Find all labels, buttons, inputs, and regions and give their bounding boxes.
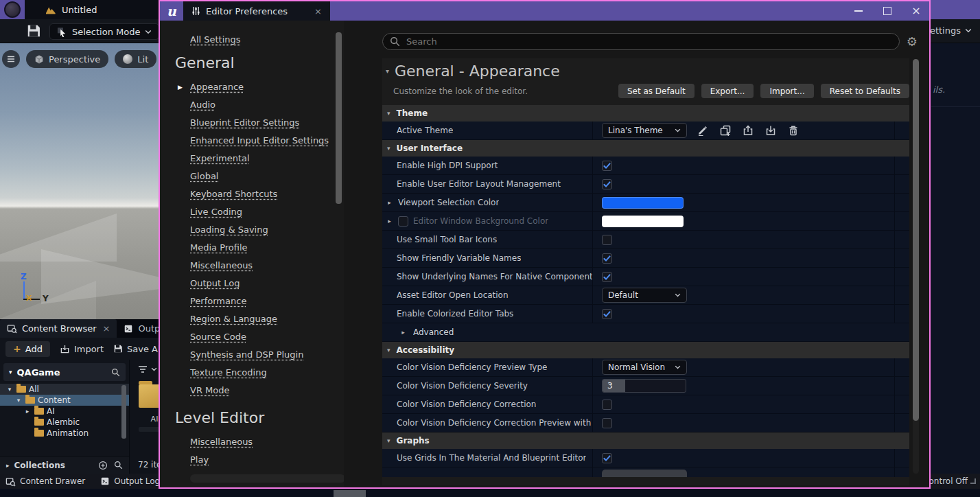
checkbox[interactable] bbox=[602, 253, 612, 264]
lit-button[interactable]: Lit bbox=[115, 50, 156, 68]
sidebar-item-performance[interactable]: Performance bbox=[190, 292, 246, 310]
section-header-graphs[interactable]: ▾Graphs bbox=[382, 432, 909, 449]
sidebar-item-media-profile[interactable]: Media Profile bbox=[190, 239, 248, 257]
settings-scrollbar-thumb[interactable] bbox=[913, 59, 919, 421]
sidebar-item-blueprint-editor-settings[interactable]: Blueprint Editor Settings bbox=[190, 114, 299, 132]
search-icon[interactable] bbox=[111, 368, 120, 377]
settings-row-partial[interactable] bbox=[382, 467, 909, 477]
delete-theme-icon[interactable] bbox=[788, 125, 799, 136]
settings-row-color-vision-deficiency-correction-preview-with-deficie[interactable]: Color Vision Deficiency Correction Previ… bbox=[382, 414, 909, 432]
sidebar-item-loading-saving[interactable]: Loading & Saving bbox=[190, 221, 268, 239]
set-as-default-button[interactable]: Set as Default bbox=[618, 84, 695, 98]
expander-icon[interactable]: ▸ bbox=[386, 199, 393, 206]
color-swatch[interactable] bbox=[602, 197, 684, 209]
all-settings-link[interactable]: All Settings bbox=[190, 34, 241, 45]
section-header-user-interface[interactable]: ▾User Interface bbox=[382, 140, 909, 157]
sidebar-item-play[interactable]: Play bbox=[190, 451, 209, 469]
settings-row-color-vision-deficiency-severity[interactable]: Color Vision Deficiency Severity3 bbox=[382, 377, 909, 395]
level-tab[interactable]: Untitled bbox=[25, 0, 108, 19]
sidebar-item-synthesis-and-dsp-plugin[interactable]: Synthesis and DSP Plugin bbox=[190, 346, 303, 364]
checkbox[interactable] bbox=[602, 309, 612, 319]
sidebar-scrollbar[interactable] bbox=[336, 32, 342, 204]
sidebar-item-source-code[interactable]: Source Code bbox=[190, 328, 246, 346]
tab-content-browser[interactable]: Content Browser × bbox=[0, 319, 117, 338]
resize-grip[interactable] bbox=[970, 478, 976, 484]
collapse-triangle-icon[interactable]: ▾ bbox=[386, 67, 389, 75]
advanced-row[interactable]: ▸Advanced bbox=[382, 323, 909, 342]
perspective-button[interactable]: Perspective bbox=[26, 50, 108, 68]
add-button[interactable]: + Add bbox=[5, 341, 50, 357]
settings-row-color-vision-deficiency-correction[interactable]: Color Vision Deficiency Correction bbox=[382, 395, 909, 414]
checkbox[interactable] bbox=[602, 453, 612, 463]
selection-mode-button[interactable]: Selection Mode bbox=[49, 23, 159, 40]
settings-row-show-underlying-names-for-native-components[interactable]: Show Underlying Names For Native Compone… bbox=[382, 268, 909, 286]
tree-item-all[interactable]: ▾All bbox=[0, 384, 129, 395]
settings-row-enable-high-dpi-support[interactable]: Enable High DPI Support bbox=[382, 157, 909, 175]
settings-row-editor-window-background-color[interactable]: ▸Editor Window Background Color bbox=[382, 212, 909, 231]
folder-thumbnail[interactable] bbox=[139, 384, 159, 408]
plus-circle-icon[interactable] bbox=[98, 461, 108, 470]
export-theme-icon[interactable] bbox=[743, 125, 754, 136]
sidebar-item-miscellaneous[interactable]: Miscellaneous bbox=[190, 433, 253, 451]
sidebar-item-global[interactable]: Global bbox=[190, 167, 218, 185]
sidebar-item-output-log[interactable]: Output Log bbox=[190, 275, 240, 292]
settings-row-active-theme[interactable]: Active ThemeLina's Theme bbox=[382, 122, 909, 140]
sidebar-item-miscellaneous[interactable]: Miscellaneous bbox=[190, 257, 253, 275]
sidebar-item-audio[interactable]: Audio bbox=[190, 96, 215, 114]
override-checkbox[interactable] bbox=[398, 216, 408, 227]
settings-row-enable-colorized-editor-tabs[interactable]: Enable Colorized Editor Tabs bbox=[382, 305, 909, 323]
settings-scrollbar-track[interactable] bbox=[913, 59, 919, 474]
checkbox[interactable] bbox=[602, 161, 612, 171]
settings-row-color-vision-deficiency-preview-type[interactable]: Color Vision Deficiency Preview TypeNorm… bbox=[382, 358, 909, 377]
partial-dropdown[interactable] bbox=[602, 470, 687, 477]
import-theme-icon[interactable] bbox=[765, 125, 776, 136]
sidebar-item-appearance[interactable]: Appearance bbox=[190, 78, 244, 96]
settings-row-viewport-selection-color[interactable]: ▸Viewport Selection Color bbox=[382, 194, 909, 212]
checkbox[interactable] bbox=[602, 272, 612, 282]
minimize-button[interactable] bbox=[854, 6, 863, 16]
dropdown[interactable]: Lina's Theme bbox=[602, 123, 687, 138]
edit-icon[interactable] bbox=[697, 125, 708, 136]
content-drawer-button[interactable]: Content Drawer bbox=[5, 476, 85, 487]
close-icon[interactable]: × bbox=[314, 6, 322, 16]
tree-item-alembic[interactable]: Alembic bbox=[0, 417, 129, 428]
sources-root-row[interactable]: ▾ QAGame bbox=[3, 363, 126, 381]
tree-item-content[interactable]: ▾Content bbox=[0, 395, 129, 406]
color-swatch[interactable] bbox=[602, 216, 684, 227]
settings-row-show-friendly-variable-names[interactable]: Show Friendly Variable Names bbox=[382, 249, 909, 268]
save-all-button[interactable]: Save All bbox=[113, 344, 159, 354]
sidebar-item-region-language[interactable]: Region & Language bbox=[190, 310, 277, 328]
revision-control-button[interactable]: Control Off bbox=[923, 474, 976, 489]
settings-row-use-small-tool-bar-icons[interactable]: Use Small Tool Bar Icons bbox=[382, 231, 909, 249]
search-bar[interactable] bbox=[382, 33, 900, 50]
tree-item-ai[interactable]: ▸AI bbox=[0, 406, 129, 417]
reset-to-defaults-button[interactable]: Reset to Defaults bbox=[821, 84, 909, 98]
sidebar-item-keyboard-shortcuts[interactable]: Keyboard Shortcuts bbox=[190, 185, 277, 203]
section-header-accessibility[interactable]: ▾Accessibility bbox=[382, 342, 909, 358]
close-button[interactable]: × bbox=[911, 6, 921, 16]
sidebar-item-enhanced-input-editor-settings[interactable]: Enhanced Input Editor Settings bbox=[190, 132, 329, 150]
checkbox[interactable] bbox=[602, 179, 612, 189]
close-icon[interactable]: × bbox=[103, 323, 110, 334]
collections-row[interactable]: ▸ Collections bbox=[0, 456, 129, 474]
tree-item-animation[interactable]: Animation bbox=[0, 428, 129, 439]
gear-icon[interactable]: ⚙ bbox=[907, 36, 918, 48]
spin-box[interactable]: 3 bbox=[602, 379, 686, 393]
sidebar-item-experimental[interactable]: Experimental bbox=[190, 150, 250, 167]
maximize-button[interactable] bbox=[883, 6, 892, 16]
sidebar-item-partial[interactable] bbox=[190, 474, 344, 483]
sidebar-item-texture-encoding[interactable]: Texture Encoding bbox=[190, 364, 267, 382]
output-log-button[interactable]: Output Log bbox=[100, 476, 160, 486]
settings-row-asset-editor-open-location[interactable]: Asset Editor Open LocationDefault bbox=[382, 286, 909, 305]
search-icon[interactable] bbox=[114, 461, 123, 470]
section-header-theme[interactable]: ▾Theme bbox=[382, 105, 909, 122]
duplicate-theme-icon[interactable] bbox=[720, 125, 731, 136]
search-input[interactable] bbox=[406, 36, 892, 47]
editor-preferences-tab[interactable]: Editor Preferences × bbox=[183, 1, 330, 21]
export-button[interactable]: Export... bbox=[701, 84, 754, 98]
settings-row-use-grids-in-the-material-and-blueprint-editor[interactable]: Use Grids In The Material And Blueprint … bbox=[382, 449, 909, 467]
dropdown[interactable]: Normal Vision bbox=[602, 360, 687, 375]
project-badge[interactable] bbox=[0, 0, 25, 19]
sidebar-item-vr-mode[interactable]: VR Mode bbox=[190, 382, 229, 400]
prefs-titlebar[interactable]: u Editor Preferences × × bbox=[160, 1, 929, 21]
